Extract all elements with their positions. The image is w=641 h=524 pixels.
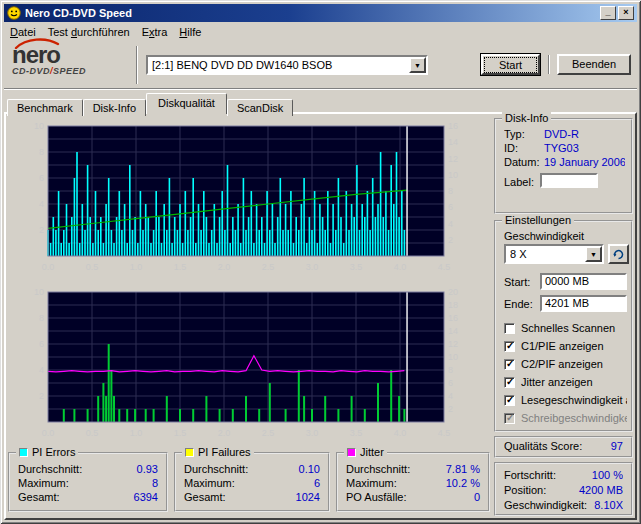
separator <box>4 88 637 90</box>
disk-id-value: TYG03 <box>544 142 579 154</box>
jitter-average-value: 7.81 % <box>446 463 480 476</box>
svg-text:2.5: 2.5 <box>262 428 275 438</box>
svg-text:4.0: 4.0 <box>394 262 407 272</box>
checkbox-box[interactable]: ✓ <box>504 377 515 388</box>
drive-select-arrow-button[interactable]: ▼ <box>409 57 426 73</box>
pie-maximum-value: 8 <box>152 477 158 490</box>
checkbox-c1-pie-anzeigen[interactable]: ✓ C1/PIE anzeigen <box>504 340 627 354</box>
svg-text:2: 2 <box>448 235 453 245</box>
speed-select[interactable]: 8 X ▼ <box>504 244 604 264</box>
svg-text:3.0: 3.0 <box>306 428 319 438</box>
app-window: Nero CD-DVD Speed _ × Datei Test durchfü… <box>0 0 641 524</box>
svg-text:8: 8 <box>448 186 453 196</box>
pi-failures-panel-title: PI Failures <box>198 446 251 458</box>
svg-text:4: 4 <box>39 365 44 375</box>
drive-select[interactable]: [2:1] BENQ DVD DD DW1640 BSOB ▼ <box>146 55 428 75</box>
svg-text:2: 2 <box>39 391 44 401</box>
pif-total-value: 1024 <box>296 491 320 504</box>
jitter-color-swatch <box>347 448 356 457</box>
start-mb-field[interactable]: 0000 MB <box>540 273 627 290</box>
svg-text:0.0: 0.0 <box>42 428 55 438</box>
checkbox-box[interactable]: ✓ <box>504 395 515 406</box>
quality-score-value: 97 <box>611 440 623 453</box>
pif-average-value: 0.10 <box>299 463 320 476</box>
app-icon <box>7 6 21 20</box>
svg-text:2: 2 <box>448 404 453 414</box>
pie-total-value: 6394 <box>134 491 158 504</box>
svg-text:2.0: 2.0 <box>218 262 231 272</box>
start-button[interactable]: Start <box>481 54 540 75</box>
svg-text:4.5: 4.5 <box>438 428 451 438</box>
svg-text:10: 10 <box>34 287 44 297</box>
svg-text:0.5: 0.5 <box>86 262 99 272</box>
chevron-down-icon: ▼ <box>411 59 424 72</box>
svg-text:4: 4 <box>39 199 44 209</box>
einstellungen-group: Einstellungen Geschwindigkeit 8 X ▼ Star… <box>494 220 633 432</box>
checkbox-c2-pif-anzeigen[interactable]: ✓ C2/PIF anzeigen <box>504 358 627 372</box>
beenden-button[interactable]: Beenden <box>557 54 631 75</box>
separator <box>136 46 138 84</box>
svg-text:6: 6 <box>448 378 453 388</box>
menu-extra[interactable]: Extra <box>136 24 174 40</box>
jitter-panel-title: Jitter <box>360 446 384 458</box>
separator <box>548 55 550 74</box>
tab-benchmark[interactable]: Benchmark <box>7 99 83 116</box>
drive-select-value: [2:1] BENQ DVD DD DW1640 BSOB <box>152 59 406 71</box>
tab-disk-info[interactable]: Disk-Info <box>83 99 146 116</box>
svg-text:20: 20 <box>448 287 458 297</box>
svg-text:2: 2 <box>39 225 44 235</box>
pie-average-value: 0.93 <box>137 463 158 476</box>
checkbox-box[interactable] <box>504 323 515 334</box>
pi-failures-panel: PI Failures Durchschnitt:0.10 Maximum:6 … <box>174 452 330 512</box>
window-buttons: _ × <box>600 6 634 20</box>
checkbox-box[interactable]: ✓ <box>504 341 515 352</box>
minimize-button[interactable]: _ <box>600 6 616 20</box>
svg-text:10: 10 <box>448 170 458 180</box>
tab-diskqualitaet[interactable]: Diskqualität <box>146 93 227 114</box>
chevron-down-icon: ▼ <box>587 248 600 261</box>
pif-maximum-value: 6 <box>314 477 320 490</box>
svg-text:8: 8 <box>448 365 453 375</box>
svg-text:2.0: 2.0 <box>218 428 231 438</box>
svg-text:6: 6 <box>39 173 44 183</box>
window-title: Nero CD-DVD Speed <box>25 7 132 19</box>
svg-text:3.0: 3.0 <box>306 262 319 272</box>
speed-select-value: 8 X <box>510 248 582 260</box>
svg-text:6: 6 <box>448 202 453 212</box>
svg-text:4: 4 <box>448 219 453 229</box>
nero-logo: nero CD-DVD/SPEED <box>12 44 130 76</box>
speed-select-arrow-button[interactable]: ▼ <box>585 246 602 262</box>
tab-scandisk[interactable]: ScanDisk <box>227 99 293 116</box>
pi-failures-jitter-chart: 24681024681012141618200.00.51.01.52.02.5… <box>8 286 492 450</box>
quality-score-group: Qualitäts Score: 97 <box>494 436 633 458</box>
svg-text:4: 4 <box>448 391 453 401</box>
position-value: 4200 MB <box>579 484 623 497</box>
checkbox-box[interactable]: ✓ <box>504 359 515 370</box>
label-field[interactable] <box>540 173 598 188</box>
svg-text:10: 10 <box>34 121 44 131</box>
svg-text:6: 6 <box>39 339 44 349</box>
svg-text:14: 14 <box>448 326 458 336</box>
progress-group: Fortschritt: 100 % Position: 4200 MB Ges… <box>494 462 633 516</box>
svg-text:1.0: 1.0 <box>130 262 143 272</box>
close-button[interactable]: × <box>618 6 634 20</box>
disk-date-value: 19 January 2006 <box>544 156 625 168</box>
ende-mb-field[interactable]: 4201 MB <box>540 295 627 312</box>
svg-text:8: 8 <box>39 147 44 157</box>
checkbox-jitter-anzeigen[interactable]: ✓ Jitter anzeigen <box>504 376 627 390</box>
titlebar: Nero CD-DVD Speed _ × <box>4 4 637 22</box>
pi-errors-color-swatch <box>19 448 28 457</box>
menu-hilfe[interactable]: Hilfe <box>173 24 207 40</box>
checkbox-schnelles-scannen[interactable]: Schnelles Scannen <box>504 322 627 336</box>
svg-text:1.0: 1.0 <box>130 428 143 438</box>
pi-failures-color-swatch <box>185 448 194 457</box>
disk-info-group: Disk-Info Typ:DVD-R ID:TYG03 Datum:19 Ja… <box>494 118 633 214</box>
svg-text:1.5: 1.5 <box>174 428 187 438</box>
einstellungen-legend: Einstellungen <box>502 214 574 226</box>
refresh-speed-button[interactable] <box>608 244 629 264</box>
checkbox-lesegeschwindigkeit[interactable]: ✓ Lesegeschwindigkeit a <box>504 394 627 408</box>
jitter-panel: Jitter Durchschnitt:7.81 % Maximum:10.2 … <box>336 452 490 512</box>
svg-text:18: 18 <box>448 300 458 310</box>
fortschritt-value: 100 % <box>592 469 623 482</box>
svg-text:10: 10 <box>448 352 458 362</box>
